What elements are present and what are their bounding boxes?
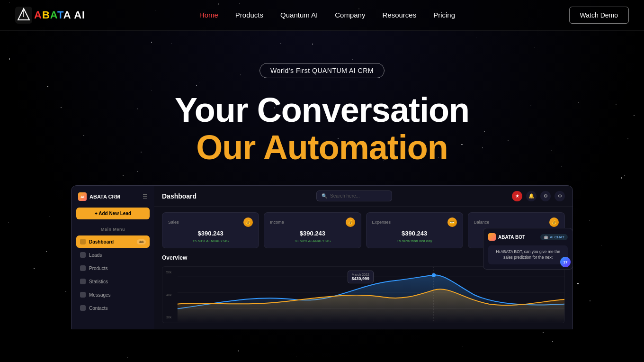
sidebar-header: AI ABATA CRM ☰	[76, 192, 150, 201]
add-lead-button[interactable]: + Add New Lead	[76, 208, 150, 219]
watch-demo-button[interactable]: Watch Demo	[569, 7, 629, 24]
sidebar-label-dashboard: Dashboard	[89, 239, 114, 244]
stat-label-sales: Sales	[168, 220, 179, 225]
dashboard-badge: 38	[137, 239, 146, 244]
bell-icon[interactable]: 🔔	[526, 191, 537, 201]
chat-user-avatar: 17	[560, 257, 571, 267]
stat-card-income: Income 💰 $390.243 +8.50% AI ANALYSIS	[264, 212, 361, 248]
sidebar-item-statistics[interactable]: Statistics	[76, 275, 150, 288]
stat-value-expenses: $390.243	[372, 230, 457, 237]
search-icon: 🔍	[322, 193, 327, 199]
sidebar-item-contacts[interactable]: Contacts	[76, 302, 150, 314]
chatbot-message-bubble: Hi ABATA BOT, can you give me the sales …	[488, 245, 568, 264]
nav-link-pricing[interactable]: Pricing	[433, 11, 455, 19]
sidebar-item-messages[interactable]: Messages	[76, 289, 150, 301]
chatbot-message-text: Hi ABATA BOT, can you give me the sales …	[496, 249, 560, 260]
nav-link-company[interactable]: Company	[335, 11, 365, 19]
nav-link-resources[interactable]: Resources	[382, 11, 416, 19]
sidebar-toggle-icon[interactable]: ☰	[143, 193, 148, 200]
stat-label-income: Income	[270, 220, 284, 225]
sidebar-label-products: Products	[89, 266, 107, 271]
stat-label-expenses: Expenses	[372, 220, 391, 225]
stat-value-income: $390.243	[270, 230, 355, 237]
nav-link-products[interactable]: Products	[235, 11, 263, 19]
stat-card-expenses: Expenses 💳 $390.243 +5.50% than last day	[366, 212, 463, 248]
nav-item-company[interactable]: Company	[335, 11, 365, 19]
search-placeholder: Search here...	[330, 193, 360, 199]
logo-icon	[15, 7, 32, 24]
chatbot-badge-text: AI CHAT	[550, 235, 564, 239]
stat-coin-sales: 💰	[243, 217, 253, 227]
hero-title-orange: Our Automation	[0, 129, 644, 166]
sidebar-item-leads[interactable]: Leads	[76, 249, 150, 261]
chatbot-logo-icon	[488, 233, 496, 241]
chart-tooltip-date: March 2022	[352, 273, 370, 276]
sidebar-label-messages: Messages	[89, 292, 111, 298]
contacts-icon	[80, 305, 86, 311]
nav-link-home[interactable]: Home	[199, 11, 218, 19]
nav-link-quantum-ai[interactable]: Quantum AI	[280, 11, 318, 19]
hero-title-white: Your Conversation	[0, 91, 644, 129]
dashboard-icon	[80, 239, 86, 244]
nav-item-resources[interactable]: Resources	[382, 11, 416, 19]
sidebar-label-contacts: Contacts	[89, 306, 107, 311]
hero-section: World's First QUANTUM AI CRM Your Conver…	[0, 31, 644, 329]
sidebar-logo-text: ABATA CRM	[89, 194, 120, 199]
chatbot-header: ABATA BOT 🤖 AI CHAT	[488, 233, 568, 241]
messages-icon	[80, 292, 86, 298]
stat-change-sales: +5.50% AI ANALYSIS	[168, 239, 253, 243]
statistics-icon	[80, 279, 86, 284]
sidebar-menu-label: Main Menu	[76, 227, 150, 232]
stat-label-balance: Balance	[474, 220, 490, 225]
chart-tooltip: March 2022 $430,999	[348, 271, 374, 283]
stat-change-expenses: +5.50% than last day	[372, 239, 457, 243]
dashboard-topbar: Dashboard 🔍 Search here... ★ 🔔 ⚙ ⚙	[154, 186, 572, 207]
overview-title: Overview	[162, 254, 187, 261]
stat-coin-expenses: 💳	[447, 217, 457, 227]
dashboard-title: Dashboard	[162, 192, 197, 200]
sidebar-label-statistics: Statistics	[89, 279, 108, 284]
stat-change-income: +8.50% AI ANALYSIS	[270, 239, 355, 243]
sidebar-logo: AI ABATA CRM	[78, 192, 120, 201]
nav-links: Home Products Quantum AI Company Resourc…	[199, 11, 455, 19]
stat-card-sales: Sales 💰 $390.243 +5.50% AI ANALYSIS	[162, 212, 259, 248]
gear-icon[interactable]: ⚙	[555, 191, 565, 201]
nav-item-pricing[interactable]: Pricing	[433, 11, 455, 19]
chatbot-badge: 🤖 AI CHAT	[540, 234, 568, 240]
chatbot-name: ABATA BOT	[498, 235, 525, 240]
chart-tooltip-value: $430,999	[352, 276, 370, 281]
nav-item-products[interactable]: Products	[235, 11, 263, 19]
navbar: ABATA AI Home Products Quantum AI Compan…	[0, 0, 644, 31]
logo: ABATA AI	[15, 7, 85, 24]
stat-value-sales: $390.243	[168, 230, 253, 237]
nav-item-home[interactable]: Home	[199, 11, 218, 19]
topbar-icons: ★ 🔔 ⚙ ⚙	[512, 191, 565, 201]
overview-chart: 50k 40k 30k	[162, 266, 565, 323]
settings-icon[interactable]: ⚙	[540, 191, 551, 201]
sidebar-item-products[interactable]: Products	[76, 262, 150, 274]
stat-coin-balance: 💰	[549, 217, 559, 227]
products-icon	[80, 265, 86, 271]
sidebar-label-leads: Leads	[89, 253, 102, 258]
chatbot-logo: ABATA BOT	[488, 233, 525, 241]
chatbot-overlay: ABATA BOT 🤖 AI CHAT Hi ABATA BOT, can yo…	[483, 228, 573, 270]
dashboard-search[interactable]: 🔍 Search here...	[316, 190, 392, 201]
logo-text: ABATA AI	[34, 9, 85, 21]
hero-badge: World's First QUANTUM AI CRM	[259, 63, 385, 78]
stat-coin-income: 💰	[346, 217, 355, 227]
nav-item-quantum-ai[interactable]: Quantum AI	[280, 11, 318, 19]
sidebar-logo-icon: AI	[78, 192, 87, 201]
sidebar-item-dashboard[interactable]: Dashboard 38	[76, 235, 150, 248]
star-icon[interactable]: ★	[512, 191, 522, 201]
dashboard-sidebar: AI ABATA CRM ☰ + Add New Lead Main Menu …	[72, 186, 154, 329]
leads-icon	[80, 252, 86, 258]
